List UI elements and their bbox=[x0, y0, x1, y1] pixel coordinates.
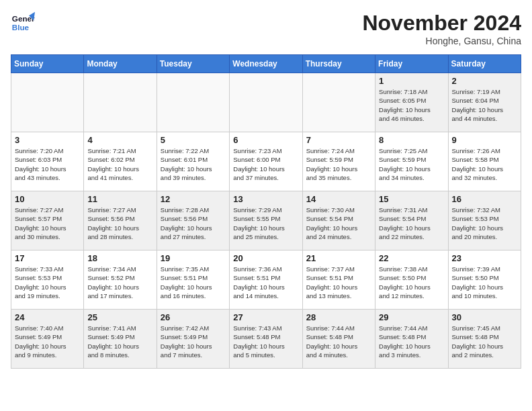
week-row-2: 3Sunrise: 7:20 AM Sunset: 6:03 PM Daylig… bbox=[11, 132, 521, 191]
day-cell: 2Sunrise: 7:19 AM Sunset: 6:04 PM Daylig… bbox=[448, 73, 521, 132]
day-cell: 7Sunrise: 7:24 AM Sunset: 5:59 PM Daylig… bbox=[302, 132, 375, 191]
day-info: Sunrise: 7:21 AM Sunset: 6:02 PM Dayligh… bbox=[87, 146, 152, 182]
location: Honghe, Gansu, China bbox=[362, 36, 521, 46]
day-cell: 4Sunrise: 7:21 AM Sunset: 6:02 PM Daylig… bbox=[84, 132, 157, 191]
day-cell bbox=[230, 73, 302, 132]
day-cell: 21Sunrise: 7:37 AM Sunset: 5:51 PM Dayli… bbox=[302, 250, 375, 310]
day-cell: 24Sunrise: 7:40 AM Sunset: 5:49 PM Dayli… bbox=[11, 310, 84, 369]
day-info: Sunrise: 7:39 AM Sunset: 5:50 PM Dayligh… bbox=[452, 265, 517, 300]
day-info: Sunrise: 7:30 AM Sunset: 5:54 PM Dayligh… bbox=[306, 205, 371, 241]
day-number: 1 bbox=[379, 76, 444, 86]
day-number: 13 bbox=[233, 194, 298, 204]
day-cell: 28Sunrise: 7:44 AM Sunset: 5:48 PM Dayli… bbox=[302, 310, 375, 369]
day-cell bbox=[302, 73, 375, 132]
day-info: Sunrise: 7:44 AM Sunset: 5:48 PM Dayligh… bbox=[306, 324, 371, 359]
day-number: 28 bbox=[306, 312, 371, 322]
day-number: 23 bbox=[452, 253, 517, 263]
day-cell: 6Sunrise: 7:23 AM Sunset: 6:00 PM Daylig… bbox=[230, 132, 302, 191]
day-cell: 1Sunrise: 7:18 AM Sunset: 6:05 PM Daylig… bbox=[375, 73, 448, 132]
day-cell: 23Sunrise: 7:39 AM Sunset: 5:50 PM Dayli… bbox=[448, 250, 521, 310]
day-number: 11 bbox=[87, 194, 152, 204]
day-info: Sunrise: 7:34 AM Sunset: 5:52 PM Dayligh… bbox=[87, 265, 152, 300]
day-info: Sunrise: 7:45 AM Sunset: 5:48 PM Dayligh… bbox=[452, 324, 517, 359]
week-row-1: 1Sunrise: 7:18 AM Sunset: 6:05 PM Daylig… bbox=[11, 73, 521, 132]
svg-text:Blue: Blue bbox=[12, 23, 30, 32]
column-header-wednesday: Wednesday bbox=[230, 55, 302, 73]
day-cell: 27Sunrise: 7:43 AM Sunset: 5:48 PM Dayli… bbox=[230, 310, 302, 369]
day-info: Sunrise: 7:41 AM Sunset: 5:49 PM Dayligh… bbox=[87, 324, 152, 359]
day-info: Sunrise: 7:32 AM Sunset: 5:53 PM Dayligh… bbox=[452, 205, 517, 241]
day-info: Sunrise: 7:22 AM Sunset: 6:01 PM Dayligh… bbox=[161, 146, 226, 182]
day-info: Sunrise: 7:28 AM Sunset: 5:56 PM Dayligh… bbox=[161, 205, 226, 241]
day-number: 27 bbox=[233, 312, 298, 322]
day-info: Sunrise: 7:44 AM Sunset: 5:48 PM Dayligh… bbox=[379, 324, 444, 359]
column-header-monday: Monday bbox=[84, 55, 157, 73]
day-info: Sunrise: 7:18 AM Sunset: 6:05 PM Dayligh… bbox=[379, 87, 444, 123]
day-number: 16 bbox=[452, 194, 517, 204]
day-cell: 15Sunrise: 7:31 AM Sunset: 5:54 PM Dayli… bbox=[375, 191, 448, 250]
day-number: 3 bbox=[15, 135, 80, 145]
calendar-header-row: SundayMondayTuesdayWednesdayThursdayFrid… bbox=[11, 55, 521, 73]
day-number: 10 bbox=[15, 194, 80, 204]
day-info: Sunrise: 7:35 AM Sunset: 5:51 PM Dayligh… bbox=[161, 265, 226, 300]
day-number: 30 bbox=[452, 312, 517, 322]
day-info: Sunrise: 7:19 AM Sunset: 6:04 PM Dayligh… bbox=[452, 87, 517, 123]
day-number: 24 bbox=[15, 312, 80, 322]
week-row-5: 24Sunrise: 7:40 AM Sunset: 5:49 PM Dayli… bbox=[11, 310, 521, 369]
day-number: 26 bbox=[161, 312, 226, 322]
day-cell: 8Sunrise: 7:25 AM Sunset: 5:59 PM Daylig… bbox=[375, 132, 448, 191]
day-cell: 13Sunrise: 7:29 AM Sunset: 5:55 PM Dayli… bbox=[230, 191, 302, 250]
day-number: 21 bbox=[306, 253, 371, 263]
day-cell: 12Sunrise: 7:28 AM Sunset: 5:56 PM Dayli… bbox=[157, 191, 229, 250]
title-block: November 2024 Honghe, Gansu, China bbox=[362, 11, 521, 46]
day-number: 17 bbox=[15, 253, 80, 263]
day-cell: 22Sunrise: 7:38 AM Sunset: 5:50 PM Dayli… bbox=[375, 250, 448, 310]
day-info: Sunrise: 7:42 AM Sunset: 5:49 PM Dayligh… bbox=[161, 324, 226, 359]
day-cell: 5Sunrise: 7:22 AM Sunset: 6:01 PM Daylig… bbox=[157, 132, 229, 191]
column-header-friday: Friday bbox=[375, 55, 448, 73]
day-number: 5 bbox=[161, 135, 226, 145]
day-number: 29 bbox=[379, 312, 444, 322]
day-info: Sunrise: 7:37 AM Sunset: 5:51 PM Dayligh… bbox=[306, 265, 371, 300]
day-number: 2 bbox=[452, 76, 517, 86]
day-cell: 26Sunrise: 7:42 AM Sunset: 5:49 PM Dayli… bbox=[157, 310, 229, 369]
logo-icon: General Blue bbox=[11, 11, 35, 35]
day-number: 15 bbox=[379, 194, 444, 204]
day-cell: 17Sunrise: 7:33 AM Sunset: 5:53 PM Dayli… bbox=[11, 250, 84, 310]
day-cell: 20Sunrise: 7:36 AM Sunset: 5:51 PM Dayli… bbox=[230, 250, 302, 310]
day-info: Sunrise: 7:26 AM Sunset: 5:58 PM Dayligh… bbox=[452, 146, 517, 182]
day-info: Sunrise: 7:36 AM Sunset: 5:51 PM Dayligh… bbox=[233, 265, 298, 300]
day-number: 4 bbox=[87, 135, 152, 145]
day-cell: 30Sunrise: 7:45 AM Sunset: 5:48 PM Dayli… bbox=[448, 310, 521, 369]
day-number: 20 bbox=[233, 253, 298, 263]
day-info: Sunrise: 7:40 AM Sunset: 5:49 PM Dayligh… bbox=[15, 324, 80, 359]
day-number: 19 bbox=[161, 253, 226, 263]
day-info: Sunrise: 7:23 AM Sunset: 6:00 PM Dayligh… bbox=[233, 146, 298, 182]
day-info: Sunrise: 7:20 AM Sunset: 6:03 PM Dayligh… bbox=[15, 146, 80, 182]
day-number: 25 bbox=[87, 312, 152, 322]
column-header-saturday: Saturday bbox=[448, 55, 521, 73]
day-cell: 25Sunrise: 7:41 AM Sunset: 5:49 PM Dayli… bbox=[84, 310, 157, 369]
day-info: Sunrise: 7:24 AM Sunset: 5:59 PM Dayligh… bbox=[306, 146, 371, 182]
column-header-tuesday: Tuesday bbox=[157, 55, 229, 73]
day-cell: 18Sunrise: 7:34 AM Sunset: 5:52 PM Dayli… bbox=[84, 250, 157, 310]
day-cell: 9Sunrise: 7:26 AM Sunset: 5:58 PM Daylig… bbox=[448, 132, 521, 191]
week-row-3: 10Sunrise: 7:27 AM Sunset: 5:57 PM Dayli… bbox=[11, 191, 521, 250]
day-info: Sunrise: 7:27 AM Sunset: 5:56 PM Dayligh… bbox=[87, 205, 152, 241]
day-cell: 29Sunrise: 7:44 AM Sunset: 5:48 PM Dayli… bbox=[375, 310, 448, 369]
day-number: 7 bbox=[306, 135, 371, 145]
day-info: Sunrise: 7:31 AM Sunset: 5:54 PM Dayligh… bbox=[379, 205, 444, 241]
day-cell: 14Sunrise: 7:30 AM Sunset: 5:54 PM Dayli… bbox=[302, 191, 375, 250]
month-title: November 2024 bbox=[362, 11, 521, 36]
day-info: Sunrise: 7:29 AM Sunset: 5:55 PM Dayligh… bbox=[233, 205, 298, 241]
calendar-table: SundayMondayTuesdayWednesdayThursdayFrid… bbox=[11, 54, 521, 369]
day-cell bbox=[157, 73, 229, 132]
day-cell: 16Sunrise: 7:32 AM Sunset: 5:53 PM Dayli… bbox=[448, 191, 521, 250]
day-number: 18 bbox=[87, 253, 152, 263]
day-cell bbox=[11, 73, 84, 132]
day-number: 12 bbox=[161, 194, 226, 204]
page-header: General Blue November 2024 Honghe, Gansu… bbox=[11, 11, 521, 46]
day-info: Sunrise: 7:25 AM Sunset: 5:59 PM Dayligh… bbox=[379, 146, 444, 182]
day-cell: 19Sunrise: 7:35 AM Sunset: 5:51 PM Dayli… bbox=[157, 250, 229, 310]
day-info: Sunrise: 7:27 AM Sunset: 5:57 PM Dayligh… bbox=[15, 205, 80, 241]
